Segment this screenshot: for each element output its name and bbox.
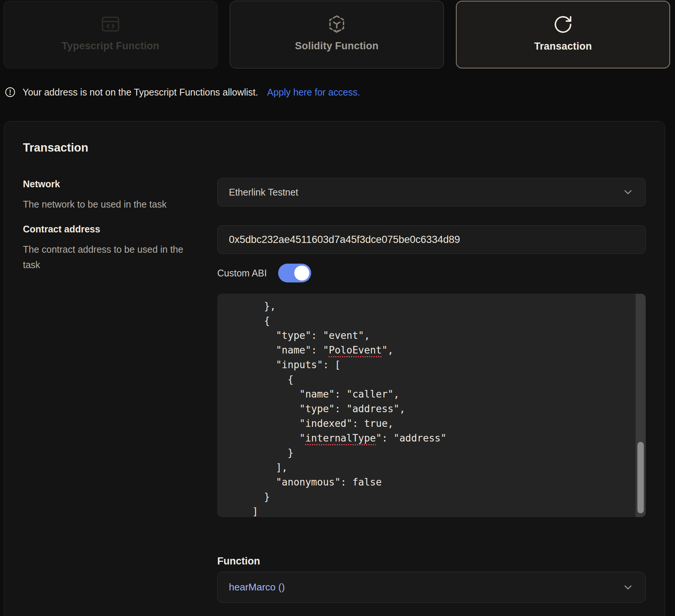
tab-solidity-function[interactable]: Solidity Function [230, 1, 444, 68]
function-select[interactable]: hearMarco () [217, 572, 646, 603]
chevron-down-icon [622, 581, 634, 593]
network-label: Network [23, 179, 60, 190]
custom-abi-toggle[interactable] [278, 264, 311, 282]
dashed-box-icon [327, 14, 347, 34]
editor-scrollbar-track[interactable] [636, 294, 646, 517]
custom-abi-label: Custom ABI [217, 268, 267, 279]
code-window-icon [100, 14, 121, 34]
function-label: Function [217, 555, 260, 567]
abi-code: }, { "type": "event", "name": "PoloEvent… [217, 294, 646, 517]
toggle-knob [294, 266, 309, 281]
tab-label: Solidity Function [295, 40, 378, 52]
abi-code-editor[interactable]: }, { "type": "event", "name": "PoloEvent… [217, 294, 646, 517]
tab-label: Typescript Function [62, 40, 159, 52]
tab-label: Transaction [534, 41, 592, 52]
chevron-down-icon [622, 186, 634, 198]
network-description: The network to be used in the task [23, 197, 166, 212]
transaction-panel: Transaction Network The network to be us… [4, 121, 665, 616]
rotate-cw-icon [553, 14, 573, 35]
alert-circle-icon [5, 86, 16, 98]
allowlist-alert-text: Your address is not on the Typescript Fu… [23, 87, 258, 98]
tab-transaction[interactable]: Transaction [456, 1, 670, 68]
contract-address-value: 0x5dbc232ae4511603d7a45f3dce075be0c6334d… [229, 234, 460, 246]
contract-address-input[interactable]: 0x5dbc232ae4511603d7a45f3dce075be0c6334d… [217, 225, 646, 254]
network-select[interactable]: Etherlink Testnet [217, 178, 646, 206]
tab-typescript-function[interactable]: Typescript Function [3, 1, 218, 68]
task-type-tabs: Typescript Function Solidity Function Tr… [3, 1, 670, 68]
panel-title: Transaction [23, 141, 88, 155]
contract-address-description: The contract address to be used in the t… [23, 242, 200, 273]
apply-access-link[interactable]: Apply here for access. [267, 87, 360, 98]
custom-abi-row: Custom ABI [217, 264, 311, 282]
function-select-value: hearMarco () [229, 581, 285, 593]
editor-scrollbar-thumb[interactable] [637, 442, 644, 513]
allowlist-alert: Your address is not on the Typescript Fu… [5, 86, 360, 98]
contract-address-label: Contract address [23, 224, 100, 235]
network-select-value: Etherlink Testnet [229, 187, 298, 198]
